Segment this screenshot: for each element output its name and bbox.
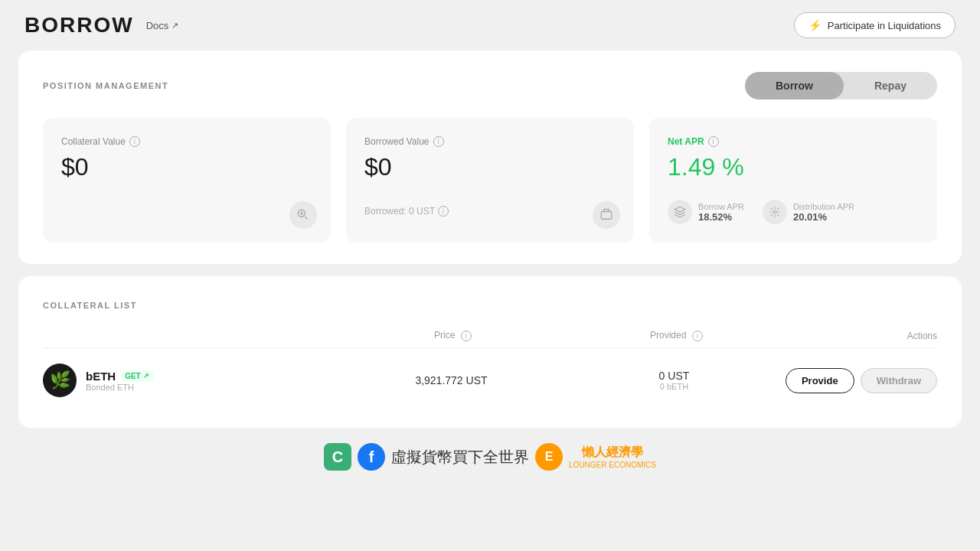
leaf-icon: 🌿 <box>50 370 70 390</box>
collateral-panel: COLLATERAL LIST Price i Provided i Actio… <box>18 276 962 428</box>
borrow-apr-value: 18.52% <box>698 211 744 223</box>
docs-link[interactable]: Docs ↗ <box>146 20 179 31</box>
table-row: 🌿 bETH GET ↗ Bonded ETH 3,921.772 UST 0 … <box>43 354 937 406</box>
apr-sub-row: Borrow APR 18.52% Distribution APR 20.01… <box>668 200 919 224</box>
liquidations-icon: ⚡ <box>808 19 822 31</box>
brand-name-orange: 懶人經濟學 <box>569 445 656 461</box>
avatar: 🌿 <box>43 364 77 397</box>
facebook-icon: f <box>358 443 385 471</box>
position-management-label: POSITION MANAGEMENT <box>43 81 168 90</box>
get-badge: GET ↗ <box>120 370 154 382</box>
col-actions-header: Actions <box>788 331 937 341</box>
svg-rect-1 <box>601 212 612 220</box>
liquidations-button[interactable]: ⚡ Participate in Liquidations <box>794 12 956 38</box>
net-apr-label: Net APR <box>668 136 704 147</box>
svg-point-2 <box>773 210 776 214</box>
distribution-apr-icon <box>763 200 787 224</box>
tab-repay[interactable]: Repay <box>844 72 937 99</box>
net-apr-info-icon[interactable]: i <box>708 136 719 147</box>
borrowed-sub-info-icon[interactable]: i <box>438 206 449 217</box>
borrow-apr-icon <box>668 200 692 224</box>
collateral-value: $0 <box>61 153 312 181</box>
nav-left: BORROW Docs ↗ <box>24 13 178 37</box>
distribution-apr-value: 20.01% <box>793 211 854 223</box>
banner-text: 虛擬貨幣買下全世界 <box>391 447 529 468</box>
collateral-action-icon[interactable] <box>289 201 317 229</box>
collateral-list-label: COLLATERAL LIST <box>43 301 137 310</box>
asset-name: bETH <box>86 370 116 383</box>
price-info-icon[interactable]: i <box>461 331 472 341</box>
distribution-apr-label: Distribution APR <box>793 202 854 211</box>
borrow-apr-item: Borrow APR 18.52% <box>668 200 744 224</box>
net-apr-card: Net APR i 1.49 % Borrow APR 18.52% <box>649 118 937 243</box>
bottom-banner: C f 虛擬貨幣買下全世界 E 懶人經濟學 LOUNGER ECONOMICS <box>0 434 980 480</box>
collateral-table-header: Price i Provided i Actions <box>43 324 937 348</box>
asset-subtitle: Bonded ETH <box>86 383 154 392</box>
collateral-card: Collateral Value i $0 <box>43 118 331 243</box>
borrowed-action-icon[interactable] <box>593 201 620 229</box>
col-price-header: Price i <box>341 330 564 341</box>
provided-info-icon[interactable]: i <box>692 331 703 341</box>
action-buttons: Provide Withdraw <box>786 368 937 393</box>
borrowed-card: Borrowed Value i $0 Borrowed: 0 UST i <box>346 118 634 243</box>
position-management-panel: POSITION MANAGEMENT Borrow Repay Collate… <box>18 51 962 264</box>
tab-group: Borrow Repay <box>745 72 937 99</box>
top-nav: BORROW Docs ↗ ⚡ Participate in Liquidati… <box>0 0 980 51</box>
tab-borrow[interactable]: Borrow <box>745 72 844 99</box>
provide-button[interactable]: Provide <box>786 368 854 393</box>
asset-info: 🌿 bETH GET ↗ Bonded ETH <box>43 364 340 397</box>
collateral-header: COLLATERAL LIST <box>43 298 937 311</box>
col-provided-header: Provided i <box>564 330 788 341</box>
borrow-apr-label: Borrow APR <box>698 202 744 211</box>
panel-header: POSITION MANAGEMENT Borrow Repay <box>43 72 937 99</box>
provided-value: 0 UST 0 bETH <box>563 370 786 391</box>
net-apr-value: 1.49 % <box>668 153 919 181</box>
withdraw-button[interactable]: Withdraw <box>861 368 937 393</box>
borrowed-info-icon[interactable]: i <box>433 136 444 147</box>
borrowed-sub: Borrowed: 0 UST i <box>364 206 616 217</box>
collateral-info-icon[interactable]: i <box>129 136 140 147</box>
borrowed-label: Borrowed Value i <box>364 136 616 147</box>
green-box-icon: C <box>324 443 351 471</box>
brand-title: BORROW <box>24 13 134 37</box>
price-value: 3,921.772 UST <box>340 374 563 386</box>
external-link-icon: ↗ <box>172 21 178 31</box>
external-badge-icon: ↗ <box>143 372 149 380</box>
borrowed-value: $0 <box>364 153 616 181</box>
stats-row: Collateral Value i $0 Borrowed Value i $… <box>43 118 937 243</box>
brand-sub: LOUNGER ECONOMICS <box>569 461 656 469</box>
orange-circle-icon: E <box>535 443 563 471</box>
distribution-apr-item: Distribution APR 20.01% <box>763 200 854 224</box>
collateral-label: Collateral Value i <box>61 136 312 147</box>
